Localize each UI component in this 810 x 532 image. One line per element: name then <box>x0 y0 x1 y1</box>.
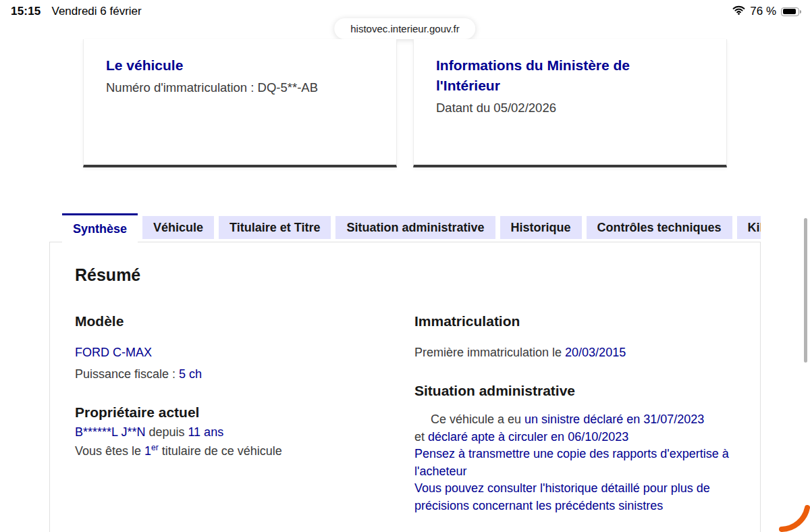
first-registration-line: Première immatriculation le 20/03/2015 <box>414 346 737 360</box>
claim-line: Ce véhicule a eu un sinistre déclaré en … <box>414 411 737 429</box>
claim-highlight: un sinistre déclaré en 31/07/2023 <box>524 413 704 426</box>
registration-heading: Immatriculation <box>414 313 737 329</box>
owner-since-label: depuis <box>145 425 188 439</box>
synthese-panel: Résumé Modèle FORD C-MAX Puissance fisca… <box>49 242 761 532</box>
tab-controles-techniques[interactable]: Contrôles techniques <box>587 216 732 239</box>
owner-since-value: 11 ans <box>188 425 223 439</box>
vehicle-card-body: Numéro d'immatriculation : DQ-5**-AB <box>106 80 369 95</box>
first-registration-date: 20/03/2015 <box>565 346 626 359</box>
fit-highlight: déclaré apte à circuler en 06/10/2023 <box>428 430 628 444</box>
first-registration-label: Première immatriculation le <box>414 346 565 359</box>
fit-prefix: et <box>414 430 428 444</box>
holder-number: 1 <box>144 444 151 458</box>
battery-percent-text: 76 % <box>750 5 776 18</box>
holder-suffix: titulaire de ce véhicule <box>159 444 282 458</box>
model-name: FORD C-MAX <box>75 346 414 360</box>
holder-prefix: Vous êtes le <box>75 444 144 458</box>
address-bar[interactable]: histovec.interieur.gouv.fr <box>334 18 475 39</box>
ministry-card-title: Informations du Ministère de l'Intérieur <box>436 55 669 96</box>
expert-report-advice: Pensez à transmettre une copie des rappo… <box>414 446 737 480</box>
report-tab-bar: Synthèse Véhicule Titulaire et Titre Sit… <box>62 213 761 243</box>
tab-titulaire-et-titre[interactable]: Titulaire et Titre <box>219 216 331 239</box>
fiscal-power-line: Puissance fiscale : 5 ch <box>75 367 414 381</box>
vehicle-card: Le véhicule Numéro d'immatriculation : D… <box>83 39 397 167</box>
owner-line: B******L J**N depuis 11 ans <box>75 425 414 440</box>
clock-text: 15:15 <box>11 5 40 18</box>
tab-vehicule[interactable]: Véhicule <box>142 216 214 239</box>
wifi-icon <box>732 5 745 18</box>
battery-icon <box>781 7 799 16</box>
scrollbar-thumb[interactable] <box>804 218 807 363</box>
owner-name: B******L J**N <box>75 425 145 439</box>
resume-heading: Résumé <box>75 265 736 285</box>
fiscal-power-label: Puissance fiscale : <box>75 367 179 381</box>
tab-synthese[interactable]: Synthèse <box>62 213 138 242</box>
ministry-card-body: Datant du 05/02/2026 <box>436 101 699 115</box>
holder-line: Vous êtes le 1er titulaire de ce véhicul… <box>75 443 414 458</box>
vehicle-card-title: Le véhicule <box>106 55 369 76</box>
admin-status-paragraph: Ce véhicule a eu un sinistre déclaré en … <box>414 411 737 514</box>
tab-historique[interactable]: Historique <box>500 216 582 239</box>
model-heading: Modèle <box>75 313 414 329</box>
tab-kilometrage[interactable]: Kilométrage <box>737 216 761 239</box>
claim-prefix: Ce véhicule a eu <box>431 413 524 426</box>
history-advice: Vous pouvez consulter l'historique détai… <box>414 480 737 514</box>
owner-heading: Propriétaire actuel <box>75 404 414 421</box>
safari-page: 15:15 Vendredi 6 février 76 % histovec.i… <box>0 0 810 532</box>
admin-status-heading: Situation administrative <box>414 383 737 399</box>
date-text: Vendredi 6 février <box>51 5 141 18</box>
tab-situation-administrative[interactable]: Situation administrative <box>335 216 495 239</box>
fit-to-drive-line: et déclaré apte à circuler en 06/10/2023 <box>414 429 737 446</box>
fiscal-power-value: 5 ch <box>179 367 202 381</box>
holder-ordinal-sup: er <box>151 443 159 452</box>
ministry-card: Informations du Ministère de l'Intérieur… <box>413 39 727 167</box>
loading-spinner-arc <box>768 497 810 532</box>
